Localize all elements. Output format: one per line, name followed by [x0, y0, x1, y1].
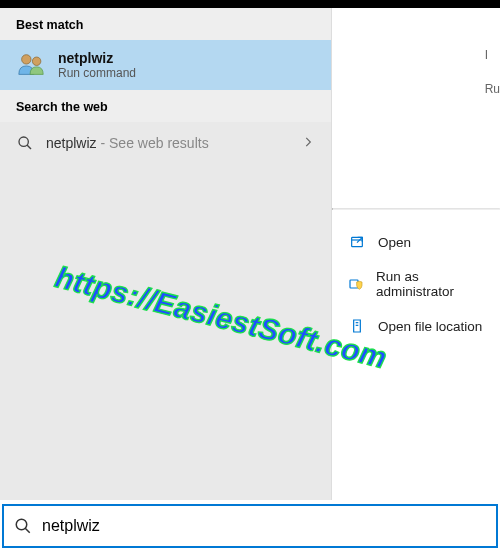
right-edge-line1: I: [485, 48, 500, 62]
svg-line-10: [25, 528, 30, 533]
search-icon: [14, 517, 32, 535]
window-titlebar: [0, 0, 500, 8]
web-search-result[interactable]: netplwiz - See web results: [0, 122, 331, 164]
best-match-title: netplwiz: [58, 50, 136, 66]
right-preview-area: I Ru: [332, 8, 500, 208]
best-match-text: netplwiz Run command: [58, 50, 136, 80]
file-location-icon: [348, 317, 366, 335]
action-open-label: Open: [378, 235, 411, 250]
best-match-header: Best match: [0, 8, 331, 40]
svg-point-2: [19, 137, 28, 146]
svg-line-3: [27, 145, 31, 149]
web-result-text: netplwiz - See web results: [46, 135, 289, 151]
right-details-pane: I Ru Open Run: [332, 8, 500, 500]
right-edge-line2: Ru: [485, 82, 500, 96]
open-icon: [348, 233, 366, 251]
web-result-suffix: - See web results: [97, 135, 209, 151]
action-run-admin[interactable]: Run as administrator: [332, 260, 500, 308]
svg-point-9: [16, 519, 27, 530]
search-results-panel: Best match netplwiz Run command Search t…: [0, 8, 500, 500]
svg-point-1: [32, 57, 40, 65]
admin-shield-icon: [348, 275, 364, 293]
action-open-location[interactable]: Open file location: [332, 308, 500, 344]
best-match-result[interactable]: netplwiz Run command: [0, 40, 331, 90]
action-admin-label: Run as administrator: [376, 269, 484, 299]
web-result-query: netplwiz: [46, 135, 97, 151]
action-location-label: Open file location: [378, 319, 482, 334]
chevron-right-icon: [301, 135, 315, 152]
search-icon: [16, 134, 34, 152]
svg-point-0: [22, 55, 31, 64]
search-web-header: Search the web: [0, 90, 331, 122]
search-bar[interactable]: [2, 504, 498, 548]
search-input[interactable]: [42, 517, 486, 535]
left-pane-fill: [0, 164, 331, 500]
left-results-pane: Best match netplwiz Run command Search t…: [0, 8, 332, 500]
action-open[interactable]: Open: [332, 224, 500, 260]
user-accounts-icon: [16, 50, 46, 80]
right-edge-text: I Ru: [485, 48, 500, 96]
best-match-subtitle: Run command: [58, 66, 136, 80]
actions-list: Open Run as administrator Open file l: [332, 210, 500, 344]
